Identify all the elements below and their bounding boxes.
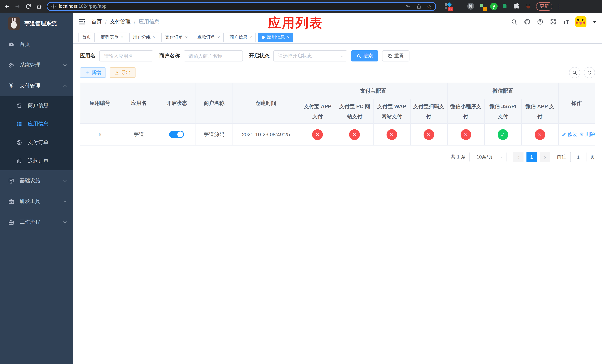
sidebar-item-pay-order[interactable]: 支付订单	[0, 133, 73, 152]
sidebar-item-infrastructure[interactable]: 基础设施	[0, 170, 73, 191]
close-icon[interactable]: ×	[287, 35, 290, 39]
tag-refund-order[interactable]: 退款订单×	[194, 32, 224, 42]
search-button[interactable]: 搜索	[351, 50, 378, 62]
extension-tiles-icon[interactable]: 10	[444, 3, 452, 10]
github-icon[interactable]	[524, 18, 531, 25]
app-name-input[interactable]	[99, 50, 153, 62]
search-icon[interactable]	[511, 18, 518, 25]
goto-page-input[interactable]	[570, 152, 586, 162]
reload-icon[interactable]	[25, 3, 32, 10]
app-navbar: 首页 / 支付管理 / 应用信息 тT	[73, 13, 602, 31]
chrome-update-button[interactable]: 更新	[536, 2, 552, 11]
page-unit: 页	[590, 154, 595, 160]
font-size-icon[interactable]: тT	[563, 19, 569, 25]
sidebar-item-merchant-info[interactable]: 商户信息	[0, 96, 73, 115]
page-size-select[interactable]: 10条/页	[469, 152, 506, 162]
tag-process-form[interactable]: 流程表单×	[97, 32, 127, 42]
reset-button[interactable]: 重置	[382, 50, 409, 62]
chevron-down-icon	[63, 179, 67, 183]
extensions-puzzle-icon[interactable]	[513, 3, 521, 10]
page-number-1[interactable]: 1	[527, 152, 537, 162]
yen-icon: ¥	[8, 82, 14, 90]
edit-link[interactable]: 修改	[562, 131, 577, 138]
sync-icon	[587, 70, 592, 75]
close-icon[interactable]: ×	[153, 35, 155, 39]
chevron-down-icon	[500, 156, 503, 159]
tag-user-group[interactable]: 用户分组×	[129, 32, 159, 42]
sidebar-item-dev-tools[interactable]: 研发工具	[0, 191, 73, 212]
extension-row: 10 ⌘ 1 y 更新 ⋮	[444, 2, 562, 11]
cell-created: 2021-10-23 08:49:25	[233, 124, 299, 145]
col-merchant: 商户名称	[195, 83, 233, 124]
sidebar-item-app-info[interactable]: 应用信息	[0, 115, 73, 133]
home-icon[interactable]	[36, 3, 42, 10]
pagination: 共 1 条 10条/页 ‹ 1 › 前往 页	[80, 152, 595, 162]
browser-menu-icon[interactable]: ⋮	[557, 3, 562, 9]
tag-merchant-info[interactable]: 商户信息×	[226, 32, 256, 42]
user-menu-caret-icon[interactable]	[593, 21, 596, 23]
chevron-down-icon	[63, 220, 67, 224]
refund-doc-icon	[16, 158, 22, 164]
extension-badge: 10	[448, 7, 453, 11]
shop-icon	[16, 102, 22, 109]
close-icon[interactable]: ×	[121, 35, 123, 39]
password-key-icon[interactable]	[405, 3, 411, 9]
close-icon[interactable]: ×	[249, 35, 252, 39]
sidebar-logo[interactable]: 芋道管理系统	[0, 13, 73, 34]
bookmark-star-icon[interactable]: ☆	[427, 3, 432, 9]
tag-app-info[interactable]: 应用信息×	[258, 32, 293, 42]
profile-avatar-icon[interactable]	[525, 3, 532, 10]
delete-link[interactable]: 删除	[580, 131, 595, 138]
extension-kite-icon[interactable]	[456, 3, 463, 10]
close-icon[interactable]: ×	[217, 35, 220, 39]
chevron-down-icon	[63, 199, 67, 203]
search-icon	[356, 54, 361, 58]
breadcrumb: 首页 / 支付管理 / 应用信息	[91, 18, 160, 25]
prev-page-button[interactable]: ‹	[513, 152, 524, 162]
extension-docs-icon[interactable]	[502, 3, 509, 10]
url-text: localhost:1024/pay/app	[59, 4, 107, 9]
refresh-table-button[interactable]	[584, 67, 595, 78]
sidebar-item-home[interactable]: 首页	[0, 34, 73, 55]
forward-icon[interactable]	[14, 3, 21, 10]
browser-toolbar: localhost:1024/pay/app ☆ 10 ⌘ 1 y 更新 ⋮	[0, 0, 602, 13]
back-icon[interactable]	[4, 3, 10, 10]
alipay-pc-status-icon: ×	[349, 129, 360, 140]
col-wx-mini: 微信小程序支付	[447, 99, 484, 124]
url-bar[interactable]: localhost:1024/pay/app ☆	[47, 2, 436, 11]
sidebar-item-workflow[interactable]: 工作流程	[0, 212, 73, 233]
site-info-icon[interactable]	[51, 4, 56, 9]
sidebar-item-system[interactable]: 系统管理	[0, 55, 73, 75]
tag-home[interactable]: 首页	[78, 32, 95, 42]
next-page-button[interactable]: ›	[540, 152, 550, 162]
sidebar-item-refund-order[interactable]: 退款订单	[0, 152, 73, 170]
breadcrumb-payment[interactable]: 支付管理	[110, 18, 131, 25]
sidebar-item-payment[interactable]: ¥ 支付管理	[0, 75, 73, 96]
share-icon[interactable]	[416, 3, 421, 9]
sidebar: 芋道管理系统 首页 系统管理 ¥ 支付管理 商户信息	[0, 13, 73, 364]
col-status: 开启状态	[158, 83, 195, 124]
status-toggle[interactable]	[169, 131, 184, 138]
extension-yudao-icon[interactable]: y	[490, 3, 498, 10]
page-content: 应用名 商户名称 开启状态 请选择开启状态 搜索 重置	[73, 44, 602, 364]
tag-pay-order[interactable]: 支付订单×	[161, 32, 191, 42]
help-icon[interactable]	[537, 18, 544, 25]
export-button[interactable]: 导出	[110, 67, 136, 78]
annotation-title: 应用列表	[268, 14, 323, 32]
edit-pencil-icon	[562, 132, 567, 137]
add-button[interactable]: 新增	[80, 67, 106, 78]
monitor-icon	[8, 177, 14, 184]
extension-recorder-icon[interactable]: 1	[479, 3, 486, 10]
merchant-name-input[interactable]	[184, 50, 243, 62]
total-count: 共 1 条	[451, 154, 466, 160]
breadcrumb-home[interactable]: 首页	[91, 18, 102, 25]
fullscreen-icon[interactable]	[550, 18, 557, 25]
sidebar-collapse-icon[interactable]	[78, 18, 86, 25]
status-select[interactable]: 请选择开启状态	[273, 50, 347, 62]
app-table: 应用编号 应用名 开启状态 商户名称 创建时间 支付宝配置 微信配置 操作 支付…	[80, 83, 595, 146]
user-avatar[interactable]	[575, 16, 586, 27]
extension-command-icon[interactable]: ⌘	[467, 3, 475, 10]
toggle-search-button[interactable]	[569, 67, 580, 78]
active-dot	[262, 36, 265, 39]
close-icon[interactable]: ×	[185, 35, 188, 39]
